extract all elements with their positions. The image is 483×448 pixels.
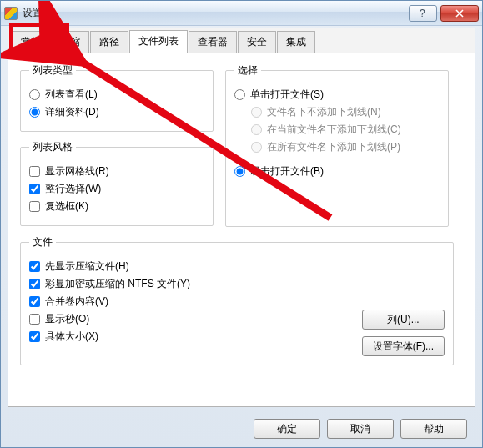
window-title: 设置 <box>23 6 405 20</box>
chk-archives-first[interactable]: 先显示压缩文件(H) <box>29 259 445 274</box>
tab-path[interactable]: 路径 <box>90 31 128 53</box>
app-icon <box>4 7 18 20</box>
chk-checkbox[interactable]: 复选框(K) <box>29 199 204 214</box>
radio-all-underline-input <box>251 142 262 153</box>
chk-exact-size-input[interactable] <box>29 331 40 342</box>
chk-merge-vol[interactable]: 合并卷内容(V) <box>29 294 445 309</box>
chk-fullrow-input[interactable] <box>29 184 40 194</box>
group-list-type: 列表类型 列表查看(L) 详细资料(D) <box>20 63 214 132</box>
radio-list-viewer-input[interactable] <box>29 89 40 100</box>
legend-files: 文件 <box>29 235 56 249</box>
settings-dialog: 设置 ? 常规 压缩 路径 文件列表 查看器 安全 集成 列表类型 列表查看(L… <box>0 0 483 448</box>
radio-double-click[interactable]: 双击打开文件(B) <box>234 164 440 179</box>
radio-all-underline[interactable]: 在所有文件名下添加下划线(P) <box>251 140 440 154</box>
radio-list-viewer[interactable]: 列表查看(L) <box>29 88 204 102</box>
dialog-body: 常规 压缩 路径 文件列表 查看器 安全 集成 列表类型 列表查看(L) <box>8 28 475 407</box>
tab-strip: 常规 压缩 路径 文件列表 查看器 安全 集成 <box>8 28 475 53</box>
radio-cur-underline[interactable]: 在当前文件名下添加下划线(C) <box>251 123 440 137</box>
chk-checkbox-input[interactable] <box>29 201 40 212</box>
chk-ntfs-color[interactable]: 彩显加密或压缩的 NTFS 文件(Y) <box>29 277 445 291</box>
cancel-button[interactable]: 取消 <box>327 419 394 439</box>
radio-no-underline-input <box>251 107 262 118</box>
tab-security[interactable]: 安全 <box>238 31 276 53</box>
tab-integration[interactable]: 集成 <box>277 31 315 53</box>
chk-merge-vol-input[interactable] <box>29 296 40 307</box>
radio-cur-underline-input <box>251 124 262 135</box>
close-button[interactable] <box>440 5 479 22</box>
titlebar[interactable]: 设置 ? <box>1 1 482 26</box>
columns-button[interactable]: 列(U)... <box>362 310 445 330</box>
legend-select: 选择 <box>234 63 261 78</box>
chk-ntfs-color-input[interactable] <box>29 279 40 289</box>
chk-gridlines[interactable]: 显示网格线(R) <box>29 164 204 179</box>
svg-text:?: ? <box>420 9 425 18</box>
radio-double-click-input[interactable] <box>234 166 245 177</box>
legend-list-style: 列表风格 <box>29 140 76 154</box>
ok-button[interactable]: 确定 <box>254 419 320 439</box>
chk-fullrow[interactable]: 整行选择(W) <box>29 182 204 196</box>
group-list-style: 列表风格 显示网格线(R) 整行选择(W) 复选框(K) <box>20 140 214 226</box>
help-button[interactable]: ? <box>409 5 437 22</box>
help-dialog-button[interactable]: 帮助 <box>400 419 467 439</box>
radio-single-click[interactable]: 单击打开文件(S) <box>234 88 440 102</box>
chk-archives-first-input[interactable] <box>29 261 40 272</box>
group-files: 文件 先显示压缩文件(H) 彩显加密或压缩的 NTFS 文件(Y) 合并卷内容(… <box>20 235 454 365</box>
chk-gridlines-input[interactable] <box>29 166 40 177</box>
dialog-buttons: 确定 取消 帮助 <box>254 419 467 439</box>
legend-list-type: 列表类型 <box>29 63 76 78</box>
radio-details[interactable]: 详细资料(D) <box>29 105 204 119</box>
chk-show-sec-input[interactable] <box>29 314 40 325</box>
radio-details-input[interactable] <box>29 107 40 118</box>
radio-no-underline[interactable]: 文件名下不添加下划线(N) <box>251 105 440 119</box>
radio-single-click-input[interactable] <box>234 89 245 100</box>
group-select: 选择 单击打开文件(S) 文件名下不添加下划线(N) 在当前文件名下添加下划线(… <box>225 63 449 227</box>
tab-general[interactable]: 常规 <box>12 31 50 53</box>
tab-viewer[interactable]: 查看器 <box>189 31 237 53</box>
tab-filelist[interactable]: 文件列表 <box>129 30 188 53</box>
tab-compress[interactable]: 压缩 <box>51 31 89 53</box>
set-font-button[interactable]: 设置字体(F)... <box>362 336 445 356</box>
